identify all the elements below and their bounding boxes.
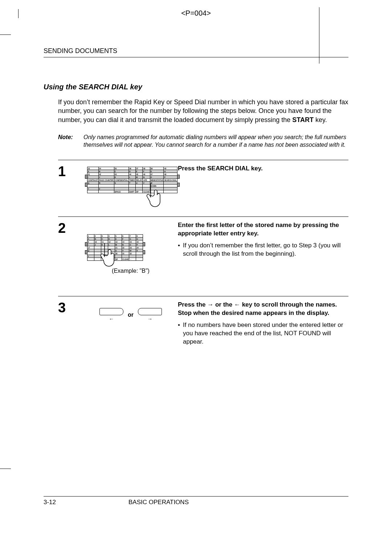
keypad-cell: 9 [87, 240, 94, 243]
keypad-cell: 6 [122, 235, 129, 238]
keypad-cell [143, 187, 150, 190]
note-text: Only names programmed for automatic dial… [83, 133, 348, 149]
keypad-cell: 7 [129, 235, 136, 238]
keypad-cell [94, 252, 101, 255]
bullet-text: If you don’t remember the first letter, … [183, 242, 348, 258]
example-caption: (Example: "B") [83, 268, 178, 274]
keypad-cell: SEARCH DIAL [164, 179, 177, 182]
keypad-cell: 32 [129, 252, 136, 255]
step-rule [58, 296, 348, 296]
keypad-cell: F [143, 170, 150, 173]
keypad-cell: M [115, 243, 122, 246]
step-text: Press the SEARCH DIAL key. [178, 165, 348, 195]
keypad-cell: W [150, 182, 164, 185]
keypad-cell: 36 [128, 167, 135, 170]
keypad-cell: F [122, 238, 129, 240]
keypad-cell: L [108, 243, 115, 246]
keypad-cell: H [136, 238, 143, 240]
keypad-cell: 31 [122, 252, 129, 255]
intro-paragraph: If you don’t remember the Rapid Key or S… [58, 98, 348, 124]
keypad-tab [85, 183, 87, 187]
keypad-cell: G [150, 170, 164, 173]
keypad-cell [94, 246, 101, 249]
keypad-cell: SP [115, 258, 122, 261]
keypad-cell: ← [150, 190, 164, 193]
keypad-cell [101, 249, 108, 252]
keypad-cell: 23 [129, 246, 136, 249]
step-rule [58, 160, 348, 160]
keypad-cell: 3 [101, 235, 108, 238]
keypad-cell: T [128, 182, 135, 185]
keypad-cell: 21 [115, 246, 122, 249]
keypad-cell [87, 258, 94, 261]
keypad-cell: D [108, 238, 115, 240]
keypad-cell: U [135, 182, 143, 185]
scroll-buttons: ← or → [83, 308, 178, 322]
keypad-cell [164, 185, 177, 187]
keypad-cell: PAGE COUNTER [98, 179, 114, 182]
keypad-cell: CLEAR [122, 258, 129, 261]
keypad-cell: 40 [164, 167, 177, 170]
keypad-cell: 44 [128, 173, 135, 176]
page-code: <P=004> [181, 9, 211, 17]
keypad-cell [135, 185, 143, 187]
page-footer: 3-12 BASIC OPERATIONS [44, 496, 348, 506]
keypad-tab [143, 250, 145, 254]
keypad-cell: H [164, 170, 177, 173]
footer-title: BASIC OPERATIONS [128, 499, 189, 506]
keypad-cell: 42 [98, 173, 114, 176]
keypad-cell [143, 185, 150, 187]
step-number: 2 [58, 221, 83, 274]
crop-mark [0, 469, 11, 469]
keypad-cell: C [114, 170, 128, 173]
keypad-cell [115, 255, 122, 258]
keypad-cell [122, 255, 129, 258]
keypad-cell: → [129, 258, 136, 261]
keypad-cell: D [128, 170, 135, 173]
keypad-cell: P [164, 176, 177, 179]
keypad-tab [177, 175, 180, 179]
keypad-cell [164, 190, 177, 193]
bullet-icon: • [178, 321, 183, 346]
or-label: or [128, 312, 134, 318]
step-graphic: 3334353637383940ABCDEFGH4142434445464748… [83, 165, 178, 195]
keypad-cell: 2 [94, 235, 101, 238]
keypad-cell: N [143, 176, 150, 179]
keypad-cell: 24 [136, 246, 143, 249]
step-text: Press the → or the ← key to scroll throu… [178, 301, 348, 346]
content-area: SENDING DOCUMENTS Using the SEARCH DIAL … [44, 47, 348, 511]
document-page: <P=004> SENDING DOCUMENTS Using the SEAR… [0, 0, 392, 555]
keypad-cell: 15 [129, 240, 136, 243]
keypad-cell: J [98, 176, 114, 179]
keypad-cell [114, 187, 128, 190]
keypad-illustration: 12345678ABCDEFGH910111213141516IJKLMNOP1… [87, 232, 143, 261]
keypad-cell: S [114, 182, 128, 185]
keypad-cell: U [115, 249, 122, 252]
arrow-left-icon: ← [109, 316, 114, 322]
step-text: Enter the first letter of the stored nam… [178, 221, 348, 274]
keypad-cell: 33 [87, 167, 99, 170]
keypad-cell [94, 255, 101, 258]
keypad-cell: 43 [114, 173, 128, 176]
keypad-cell [129, 255, 136, 258]
keypad-cell [98, 190, 114, 193]
keypad-cell: 17 [87, 246, 94, 249]
keypad-cell: SHIFT [108, 258, 115, 261]
keypad-cell: RELAY [135, 179, 143, 182]
keypad-cell: N [122, 243, 129, 246]
step-3: 3 ← or → Press the → or the ← key to scr… [58, 301, 348, 346]
keypad-cell: Q [87, 249, 94, 252]
note-label: Note: [58, 133, 83, 149]
keypad-cell [87, 190, 99, 193]
keypad-cell: 4 [108, 235, 115, 238]
right-key-icon: → [138, 308, 162, 322]
keypad-cell: 8 [136, 235, 143, 238]
keypad-cell: K [101, 243, 108, 246]
keypad-cell: Q [87, 182, 99, 185]
keypad-cell [164, 182, 177, 185]
step-lead: Enter the first letter of the stored nam… [178, 221, 348, 238]
keypad-cell: 14 [122, 240, 129, 243]
keypad-cell: W [129, 249, 136, 252]
keypad-cell [128, 185, 135, 187]
step-1: 1 3334353637383940ABCDEFGH41424344454647… [58, 165, 348, 195]
